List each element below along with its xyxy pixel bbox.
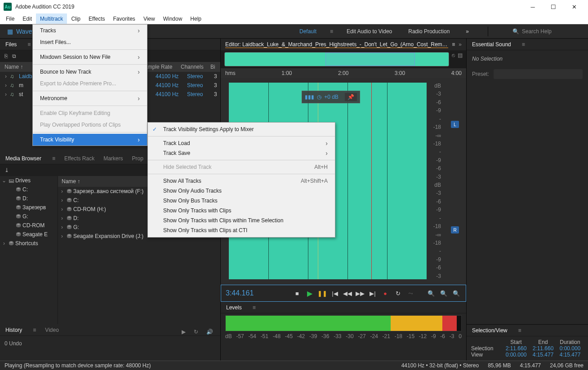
submenu-item[interactable]: Show Only Bus Tracks (148, 196, 335, 206)
channel-l-badge[interactable]: L (451, 121, 459, 128)
tab-media-browser[interactable]: Media Browser (5, 155, 41, 162)
editor-tab[interactable]: Editor: Laidback_Luke_&_Marchand_Pres_Hi… (225, 41, 448, 48)
col-bits[interactable]: Bi (210, 64, 216, 70)
view-dur[interactable]: 4:15.477 (557, 352, 584, 358)
workspace-menu-icon[interactable]: ≡ (330, 28, 333, 35)
tab-history[interactable]: History (5, 327, 22, 333)
tab-selection-view[interactable]: Selection/View (472, 327, 508, 334)
menu-multitrack[interactable]: Multitrack (36, 13, 67, 24)
stop-button[interactable]: ■ (292, 288, 302, 298)
submenu-item[interactable]: ✓Track Visibility Settings Apply to Mixe… (148, 124, 335, 134)
menu-item[interactable]: Tracks (33, 25, 147, 36)
loop-button[interactable]: ↻ (393, 288, 403, 298)
menu-item[interactable]: Mixdown Session to New File (33, 51, 147, 63)
channel-toggle-icon[interactable]: ⎋ (452, 52, 455, 66)
drive-tree-item[interactable]: ⛃Seagate E (0, 230, 58, 239)
menu-clip[interactable]: Clip (67, 13, 85, 24)
panel-menu-icon[interactable]: ≡ (27, 41, 31, 48)
drive-tree-item[interactable]: ⛃CD-ROM (0, 221, 58, 230)
playhead[interactable] (371, 83, 372, 279)
col-channels[interactable]: Channels (181, 64, 210, 70)
editor-more-icon[interactable]: » (459, 41, 462, 48)
zoom-toggle-icon[interactable]: ▤ (458, 52, 463, 66)
sel-dur[interactable]: 0:00.000 (557, 345, 584, 352)
minimize-button[interactable]: ─ (522, 0, 543, 13)
submenu-item[interactable]: Show Only Tracks with Clips (148, 206, 335, 216)
overview-selection[interactable] (325, 53, 415, 66)
panel-menu-icon[interactable]: ≡ (52, 155, 55, 162)
view-start[interactable]: 0:00.000 (503, 352, 530, 358)
workspace-edit-audio-video[interactable]: Edit Audio to Video (344, 28, 395, 35)
menu-effects[interactable]: Effects (85, 13, 109, 24)
panel-menu-icon[interactable]: ≡ (522, 41, 525, 48)
track-visibility-submenu[interactable]: ✓Track Visibility Settings Apply to Mixe… (147, 122, 335, 238)
panel-menu-icon[interactable]: ≡ (253, 304, 256, 311)
panel-menu-icon[interactable]: ≡ (33, 327, 36, 333)
search-help[interactable]: 🔍 Search Help (512, 28, 584, 35)
tab-markers[interactable]: Markers (103, 155, 123, 162)
skip-end-button[interactable]: ▶| (368, 288, 378, 298)
workspace-default[interactable]: Default (297, 28, 319, 35)
waveform-overview[interactable]: ⎋ ▤ (221, 50, 466, 68)
waveform-mode-icon[interactable]: ▦ (4, 26, 16, 37)
submenu-item[interactable]: Show All TracksAlt+Shift+A (148, 176, 335, 186)
multitrack-menu[interactable]: TracksInsert Files...Mixdown Session to … (32, 24, 147, 146)
panel-menu-icon[interactable]: ≡ (452, 41, 455, 48)
drive-tree-item[interactable]: ›⛃Shortcuts (0, 239, 58, 248)
menu-view[interactable]: View (139, 13, 159, 24)
current-time[interactable]: 3:44.161 (226, 289, 254, 297)
menu-file[interactable]: File (2, 13, 18, 24)
loop-icon[interactable]: ↻ (194, 329, 198, 335)
menu-edit[interactable]: Edit (18, 13, 36, 24)
close-button[interactable]: ✕ (564, 0, 584, 13)
drive-tree-item[interactable]: ⌄🖴Drives (0, 176, 58, 185)
submenu-item[interactable]: Show Only Tracks with Clips within Time … (148, 216, 335, 225)
rewind-button[interactable]: ◀◀ (343, 288, 352, 298)
view-end[interactable]: 4:15.477 (530, 352, 557, 358)
zoom-in-icon[interactable]: 🔍 (426, 288, 436, 298)
submenu-item[interactable]: Show Only Tracks with Clips at CTI (148, 225, 335, 235)
menu-favorites[interactable]: Favorites (109, 13, 139, 24)
channel-r-badge[interactable]: R (451, 226, 459, 233)
drive-tree-item[interactable]: ⛃C: (0, 185, 58, 194)
pause-button[interactable]: ❚❚ (317, 288, 327, 298)
sel-end[interactable]: 2:11.660 (530, 345, 557, 352)
open-file-icon[interactable]: ⎘ (4, 53, 8, 59)
drive-tree-item[interactable]: ⛃D: (0, 194, 58, 203)
submenu-item[interactable]: Track Save (148, 148, 335, 158)
tab-properties[interactable]: Prop (132, 155, 143, 162)
drive-tree-item[interactable]: ⛃Зарезерв (0, 203, 58, 212)
play-icon[interactable]: ▶ (182, 329, 186, 335)
zoom-out-icon[interactable]: 🔍 (439, 288, 449, 298)
menu-item[interactable]: Metronome (33, 92, 147, 104)
panel-menu-icon[interactable]: ≡ (518, 327, 521, 334)
maximize-button[interactable]: ☐ (543, 0, 564, 13)
workspace-more[interactable]: » (463, 28, 472, 35)
drive-tree-item[interactable]: ⛃G: (0, 212, 58, 221)
skip-start-button[interactable]: |◀ (330, 288, 340, 298)
preset-dropdown[interactable] (494, 69, 583, 79)
tab-essential-sound[interactable]: Essential Sound (472, 41, 511, 48)
sel-start[interactable]: 2:11.660 (503, 345, 530, 352)
forward-button[interactable]: ▶▶ (355, 288, 365, 298)
overview-wave[interactable] (224, 52, 449, 66)
new-file-icon[interactable]: ⧉ (12, 53, 16, 59)
submenu-item[interactable]: Show Only Audio Tracks (148, 186, 335, 196)
hud-pin-icon[interactable]: 📌 (345, 93, 357, 101)
hud-gain[interactable]: ▮▮▮ ◷ +0 dB 📌 (302, 91, 360, 103)
play-button[interactable]: ▶ (305, 288, 315, 298)
tab-effects-rack[interactable]: Effects Rack (64, 155, 94, 162)
menu-item[interactable]: Track Visibility (33, 134, 147, 145)
menu-item[interactable]: Bounce to New Track (33, 66, 147, 78)
menu-item[interactable]: Insert Files... (33, 36, 147, 48)
tab-levels[interactable]: Levels (226, 304, 242, 311)
tab-video[interactable]: Video (45, 327, 58, 333)
submenu-item[interactable]: Track Load (148, 138, 335, 148)
menu-window[interactable]: Window (159, 13, 187, 24)
skip-selection-button[interactable]: ⤳ (405, 288, 415, 298)
timeline[interactable]: hms1:002:003:004:00 (221, 68, 466, 78)
auto-play-icon[interactable]: 🔊 (206, 329, 213, 335)
up-icon[interactable]: ⤓ (4, 167, 9, 173)
menu-help[interactable]: Help (186, 13, 205, 24)
record-button[interactable]: ● (380, 288, 390, 298)
